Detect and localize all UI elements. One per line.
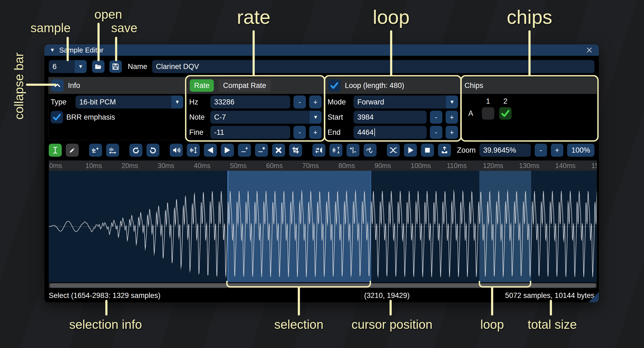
waveform-scrollbar[interactable] [49,283,597,288]
total-size-text: 5072 samples, 10144 bytes [505,291,594,300]
chip-row: A [468,107,595,120]
insert-silence-button[interactable] [238,144,251,157]
loop-end-decrease-button[interactable]: - [430,126,442,139]
cursor-position-annotation: cursor position [351,317,432,332]
ruler-tick-label: 40ms [194,162,210,170]
chip-enable-checkbox[interactable] [482,107,494,120]
fine-label: Fine [189,128,207,137]
zoom-in-button[interactable]: + [551,144,563,157]
chevron-up-icon [54,82,61,89]
select-mode-button[interactable] [49,144,62,157]
sign-button[interactable] [346,144,359,157]
loop-start-increase-button[interactable]: + [446,111,458,124]
loop-enable-checkbox[interactable] [328,79,341,92]
chips-column-headers: 12 [482,97,595,106]
fine-input[interactable]: -11 [210,126,290,139]
invert-button[interactable] [329,144,342,157]
info-panel: Info Type 16-bit PCM ▼ BRR emphasis [48,77,186,140]
brr-emphasis-checkbox[interactable] [51,111,63,123]
ruler-tick-label: 70ms [302,162,319,170]
draw-mode-button[interactable] [66,144,79,157]
ruler-tick-label: 150ms [591,162,597,170]
chips-panel: Chips 12 A [462,77,597,140]
ruler-tick-label: 0ms [49,162,62,170]
hz-input[interactable]: 33286 [210,96,290,109]
scrollbar-thumb[interactable] [50,283,596,288]
collapse-info-button[interactable] [51,79,64,92]
zoom-label: Zoom [457,146,476,155]
fine-increase-button[interactable]: + [309,126,322,139]
waveform-vertical-arrows-icon [189,146,197,154]
stop-button[interactable] [421,144,434,157]
loop-start-input[interactable]: 3984 [354,111,427,124]
sample-number-select[interactable]: 6 ▼ [49,60,87,73]
chips-annotation: chips [507,6,552,28]
start-label: Start [328,113,350,122]
zoom-out-button[interactable]: - [535,144,547,157]
amplify-button[interactable] [170,144,183,157]
titlebar[interactable]: ▼ Sample Editor [44,44,599,56]
info-panel-title: Info [68,81,80,90]
save-sample-button[interactable] [109,60,122,73]
apply-silence-button[interactable] [255,144,268,157]
fine-decrease-button[interactable]: - [293,126,306,139]
zoom-input[interactable]: 39.9645% [479,144,531,157]
preview-play-button[interactable] [404,144,417,157]
rate-panel: Rate Compat Rate Hz 33286 - + Note C-7 ▼ [187,77,324,140]
open-sample-button[interactable] [92,60,104,73]
resample-button[interactable] [106,144,119,157]
delete-button[interactable] [272,144,285,157]
reverse-button[interactable] [312,144,325,157]
zoom-reset-button[interactable]: 100% [567,144,594,157]
folder-open-icon [94,63,102,71]
waveform-width-icon [109,146,117,154]
sample-toolbar: Zoom 39.9645% - + 100% [49,143,594,157]
chevron-down-icon: ▼ [171,96,183,109]
compat-rate-tab-button[interactable]: Compat Rate [218,79,271,92]
selection-info-text: Select (1654-2983: 1329 samples) [49,291,161,300]
loop-end-increase-button[interactable]: + [446,126,458,139]
stop-icon [423,146,431,154]
name-input[interactable]: Clarinet DQV [152,60,594,73]
note-select[interactable]: C-7 ▼ [210,111,322,124]
chip-column-header: 1 [482,97,494,106]
hz-decrease-button[interactable]: - [293,96,306,109]
redo-icon [149,146,157,154]
fade-out-button[interactable] [221,144,234,157]
crop-icon [292,146,300,154]
chip-column-header: 2 [499,97,512,106]
delete-x-icon [274,146,283,154]
fade-in-button[interactable] [204,144,217,157]
brr-emphasis-label: BRR emphasis [66,113,115,122]
window-collapse-icon[interactable]: ▼ [50,47,55,53]
reverse-arrows-icon [315,146,323,154]
crossfade-button[interactable] [387,144,400,157]
ruler-tick-label: 20ms [122,162,138,170]
rate-tab-button[interactable]: Rate [190,79,214,92]
waveform-canvas[interactable] [49,171,597,282]
end-label: End [328,128,350,137]
time-ruler[interactable]: 0ms10ms20ms30ms40ms50ms60ms70ms80ms90ms1… [49,160,597,171]
chevron-down-icon: ▼ [310,111,322,124]
normalize-button[interactable] [187,144,200,157]
save-icon [112,63,120,71]
name-label: Name [128,63,147,71]
waveform-display[interactable] [49,171,597,282]
upload-to-chip-button[interactable] [438,144,451,157]
filter-button[interactable] [364,144,377,157]
redo-button[interactable] [146,144,159,157]
pencil-icon [68,146,76,154]
loop-mode-select[interactable]: Forward ▼ [354,96,458,109]
resize-button[interactable] [89,144,102,157]
loop-bottom-annotation: loop [480,317,504,332]
undo-button[interactable] [129,144,142,157]
upload-icon [440,146,449,154]
trim-button[interactable] [289,144,302,157]
hz-increase-button[interactable]: + [309,96,322,109]
chip-enable-checkbox[interactable] [499,107,512,120]
loop-start-decrease-button[interactable]: - [430,111,442,124]
sample-type-select[interactable]: 16-bit PCM ▼ [76,96,183,109]
loop-end-input[interactable]: 4464 [354,126,427,139]
close-button[interactable] [585,46,593,54]
ruler-tick-label: 50ms [230,162,247,170]
